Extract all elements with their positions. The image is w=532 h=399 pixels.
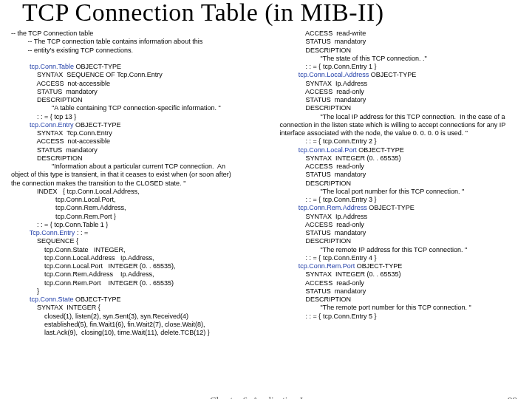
right-column: ACCESS read-write STATUS mandatory DESCR…: [280, 30, 521, 377]
object-name: tcp.Conn.Table: [11, 63, 74, 70]
left-column: -- the TCP Connection table -- The TCP c…: [11, 30, 273, 377]
object-name: tcp.Conn.State: [30, 296, 74, 303]
text: OBJECT-TYPE SYNTAX SEQUENCE OF Tcp.Conn.…: [11, 63, 221, 129]
slide: TCP Connection Table (in MIB-II) -- the …: [0, 0, 532, 399]
footer-chapter: Chapter 6: Application Layer: [210, 395, 322, 399]
page-number: 99: [508, 395, 517, 399]
object-name: tcp.Conn.Local.Port: [299, 146, 357, 154]
text: OBJECT-TYPE SYNTAX Ip.Address ACCESS rea…: [280, 204, 468, 270]
text: OBJECT-TYPE SYNTAX INTEGER (0. . 65535) …: [280, 146, 465, 212]
object-name: tcp.Conn.Local.Address: [299, 71, 369, 78]
text: : : = SEQUENCE { tcp.Conn.State INTEGER,…: [11, 229, 176, 303]
object-name: tcp.Conn.Entry: [30, 121, 74, 129]
text: OBJECT-TYPE SYNTAX Ip.Address ACCESS rea…: [280, 71, 506, 153]
text: -- the TCP Connection table -- The TCP c…: [11, 30, 202, 54]
text: OBJECT-TYPE SYNTAX INTEGER (0. . 65535) …: [280, 262, 471, 320]
text: OBJECT-TYPE SYNTAX Tcp.Conn.Entry ACCESS…: [11, 121, 231, 236]
object-name: tcp.Conn.Rem.Port: [299, 262, 355, 270]
object-name: tcp.Conn.Rem.Address: [299, 204, 367, 211]
body: -- the TCP Connection table -- The TCP c…: [11, 30, 521, 377]
slide-title: TCP Connection Table (in MIB-II): [22, 0, 525, 27]
object-name: Tcp.Conn.Entry: [30, 229, 75, 236]
